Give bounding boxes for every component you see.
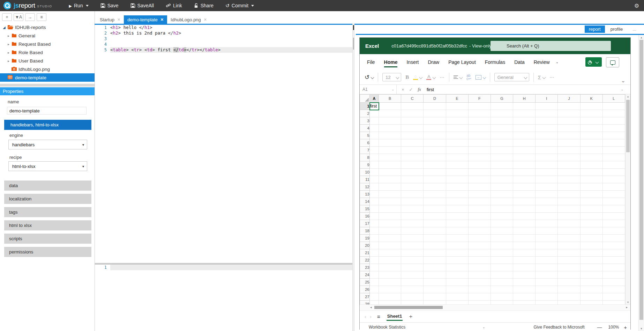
- cell-L6[interactable]: [602, 139, 625, 147]
- menu-run[interactable]: ▶Run: [69, 3, 89, 8]
- cell-J3[interactable]: [558, 117, 580, 125]
- ribbon-tab-review[interactable]: Review: [529, 54, 554, 70]
- cell-E12[interactable]: [446, 183, 468, 191]
- cell-K6[interactable]: [580, 139, 602, 147]
- cell-E10[interactable]: [446, 169, 468, 176]
- cell-G22[interactable]: [491, 257, 513, 264]
- caret-collapsed-icon[interactable]: ▸: [8, 34, 9, 38]
- cell-B21[interactable]: [379, 249, 401, 257]
- search-input[interactable]: Search (Alt + Q): [491, 41, 611, 51]
- cell-L13[interactable]: [602, 191, 625, 198]
- row-header-2[interactable]: 2: [360, 110, 370, 117]
- cell-F4[interactable]: [468, 125, 491, 132]
- cell-F9[interactable]: [468, 161, 491, 169]
- cell-L7[interactable]: [602, 147, 625, 154]
- cell-I17[interactable]: [536, 220, 558, 227]
- editor-tab-idhublogo-png[interactable]: IdhubLogo.png✕: [167, 15, 210, 24]
- cell-B15[interactable]: [379, 205, 401, 213]
- cell-H3[interactable]: [513, 117, 536, 125]
- caret-collapsed-icon[interactable]: ▸: [8, 59, 9, 63]
- cell-K8[interactable]: [580, 154, 602, 161]
- cell-C9[interactable]: [401, 161, 424, 169]
- cell-F27[interactable]: [468, 293, 491, 301]
- cell-J4[interactable]: [558, 125, 580, 132]
- cell-C10[interactable]: [401, 169, 424, 176]
- cell-B5[interactable]: [379, 132, 401, 139]
- row-header-26[interactable]: 26: [360, 286, 370, 293]
- cell-E1[interactable]: [446, 103, 468, 110]
- select-all-corner[interactable]: [360, 95, 370, 103]
- row-header-5[interactable]: 5: [360, 132, 370, 139]
- cell-H20[interactable]: [513, 242, 536, 249]
- cell-F18[interactable]: [468, 227, 491, 235]
- cell-B17[interactable]: [379, 220, 401, 227]
- cell-F10[interactable]: [468, 169, 491, 176]
- cell-D1[interactable]: [424, 103, 446, 110]
- cell-I16[interactable]: [536, 213, 558, 220]
- cell-A25[interactable]: [370, 279, 379, 286]
- ribbon-tab-formulas[interactable]: Formulas: [480, 54, 510, 70]
- cell-B23[interactable]: [379, 264, 401, 271]
- wrap-text-button[interactable]: abc↩: [466, 74, 471, 80]
- section-tags-button[interactable]: tags: [4, 207, 91, 217]
- cell-L4[interactable]: [602, 125, 625, 132]
- cell-C16[interactable]: [401, 213, 424, 220]
- fill-color-button[interactable]: ◌: [413, 75, 422, 80]
- cell-G10[interactable]: [491, 169, 513, 176]
- cell-H27[interactable]: [513, 293, 536, 301]
- cell-C1[interactable]: [401, 103, 424, 110]
- cell-H28[interactable]: [513, 301, 536, 305]
- cell-L16[interactable]: [602, 213, 625, 220]
- cell-I26[interactable]: [536, 286, 558, 293]
- cell-D15[interactable]: [424, 205, 446, 213]
- cell-C14[interactable]: [401, 198, 424, 205]
- close-tab-icon[interactable]: ✕: [117, 17, 120, 22]
- cell-E2[interactable]: [446, 110, 468, 117]
- tree-item-general[interactable]: ▸General: [0, 31, 95, 40]
- cell-E7[interactable]: [446, 147, 468, 154]
- caret-expanded-icon[interactable]: ◢: [3, 25, 6, 29]
- cell-F13[interactable]: [468, 191, 491, 198]
- next-sheet-icon[interactable]: ›: [370, 314, 372, 319]
- tree-item-request-based[interactable]: ▸Request Based: [0, 40, 95, 48]
- cell-D21[interactable]: [424, 249, 446, 257]
- name-input[interactable]: [7, 107, 87, 115]
- cell-E6[interactable]: [446, 139, 468, 147]
- cell-I12[interactable]: [536, 183, 558, 191]
- cell-J14[interactable]: [558, 198, 580, 205]
- cell-J1[interactable]: [558, 103, 580, 110]
- column-header-I[interactable]: I: [536, 95, 558, 103]
- status-chevron-icon[interactable]: ⌄: [482, 325, 485, 329]
- cell-L17[interactable]: [602, 220, 625, 227]
- cell-E11[interactable]: [446, 176, 468, 183]
- cell-H18[interactable]: [513, 227, 536, 235]
- cell-F2[interactable]: [468, 110, 491, 117]
- cell-C28[interactable]: [401, 301, 424, 305]
- cell-K23[interactable]: [580, 264, 602, 271]
- section-permissions-button[interactable]: permissions: [4, 247, 91, 257]
- cell-F5[interactable]: [468, 132, 491, 139]
- row-header-18[interactable]: 18: [360, 227, 370, 235]
- cell-F17[interactable]: [468, 220, 491, 227]
- cell-F25[interactable]: [468, 279, 491, 286]
- preview-tab-more[interactable]: ...: [628, 25, 641, 33]
- cell-D8[interactable]: [424, 154, 446, 161]
- cell-C21[interactable]: [401, 249, 424, 257]
- cell-D20[interactable]: [424, 242, 446, 249]
- cell-L24[interactable]: [602, 271, 625, 279]
- cell-A14[interactable]: [370, 198, 379, 205]
- cell-D24[interactable]: [424, 271, 446, 279]
- cell-C27[interactable]: [401, 293, 424, 301]
- cell-C25[interactable]: [401, 279, 424, 286]
- caret-collapsed-icon[interactable]: ▸: [8, 42, 9, 46]
- row-header-8[interactable]: 8: [360, 154, 370, 161]
- cell-D16[interactable]: [424, 213, 446, 220]
- cell-G8[interactable]: [491, 154, 513, 161]
- cell-F15[interactable]: [468, 205, 491, 213]
- row-header-14[interactable]: 14: [360, 198, 370, 205]
- cell-I21[interactable]: [536, 249, 558, 257]
- cell-L9[interactable]: [602, 161, 625, 169]
- cell-A27[interactable]: [370, 293, 379, 301]
- cell-K28[interactable]: [580, 301, 602, 305]
- cell-J6[interactable]: [558, 139, 580, 147]
